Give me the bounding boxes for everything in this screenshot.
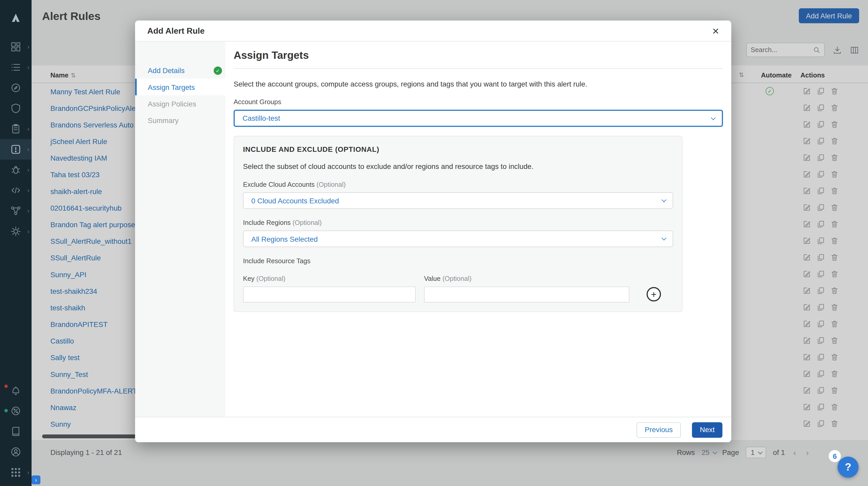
exclude-cloud-accounts-value: 0 Cloud Accounts Excluded: [251, 196, 339, 205]
add-alert-rule-modal: Add Alert Rule × Add Details ✓ Assign Ta…: [135, 21, 731, 442]
exclude-cloud-accounts-select[interactable]: 0 Cloud Accounts Excluded: [243, 192, 673, 209]
account-groups-select[interactable]: Castillo-test: [234, 110, 723, 127]
step-description: Select the account groups, compute acces…: [234, 80, 723, 88]
modal-title: Add Alert Rule: [147, 26, 205, 35]
include-resource-tags-label: Include Resource Tags: [243, 257, 673, 265]
add-tag-button[interactable]: +: [647, 287, 661, 302]
account-groups-value: Castillo-test: [243, 114, 280, 122]
include-regions-value: All Regions Selected: [251, 235, 318, 243]
chevron-down-icon: [711, 115, 716, 120]
sidebar-expand-button[interactable]: ›: [32, 476, 40, 484]
step-heading: Assign Targets: [234, 49, 723, 61]
close-icon[interactable]: ×: [712, 25, 719, 36]
next-button[interactable]: Next: [692, 422, 722, 437]
help-button[interactable]: 6 ?: [837, 457, 859, 478]
plus-icon: +: [651, 290, 657, 299]
chevron-down-icon: [662, 197, 666, 202]
chevron-down-icon: [662, 236, 666, 240]
wizard-step-label: Add Details: [148, 66, 185, 75]
wizard-step-label: Assign Targets: [148, 83, 195, 91]
include-regions-label: Include Regions (Optional): [243, 219, 673, 227]
tag-key-input[interactable]: [243, 287, 415, 303]
wizard-step[interactable]: Assign Targets: [135, 79, 225, 95]
screen: › › › › ›: [0, 0, 868, 486]
previous-button[interactable]: Previous: [637, 422, 681, 437]
wizard-step[interactable]: Assign Policies: [135, 95, 225, 112]
tag-key-label: Key (Optional): [243, 275, 415, 283]
help-badge: 6: [829, 450, 841, 462]
modal-footer: Previous Next: [135, 417, 731, 442]
modal-header: Add Alert Rule ×: [135, 21, 731, 41]
include-exclude-card: INCLUDE AND EXCLUDE (OPTIONAL) Select th…: [234, 136, 683, 312]
tag-value-label: Value (Optional): [424, 275, 629, 283]
resource-tag-row: Key (Optional) Value (Optional): [243, 265, 673, 302]
wizard-step-label: Assign Policies: [148, 99, 196, 108]
wizard-step[interactable]: Summary: [135, 112, 225, 128]
wizard-step-label: Summary: [148, 116, 179, 124]
modal-body: Add Details ✓ Assign Targets Assign Poli…: [135, 41, 731, 417]
exclude-cloud-accounts-label: Exclude Cloud Accounts (Optional): [243, 180, 673, 188]
modal-content: Assign Targets Select the account groups…: [225, 41, 731, 417]
include-exclude-description: Select the subset of cloud accounts to e…: [243, 163, 673, 171]
tag-value-input[interactable]: [424, 287, 629, 303]
step-complete-icon: ✓: [214, 66, 222, 75]
question-mark-icon: ?: [845, 461, 851, 473]
heading-divider: [234, 68, 723, 69]
account-groups-label: Account Groups: [234, 98, 723, 106]
include-exclude-title: INCLUDE AND EXCLUDE (OPTIONAL): [243, 145, 673, 153]
wizard-step[interactable]: Add Details ✓: [135, 62, 225, 79]
expand-chevron-icon: ›: [35, 477, 37, 483]
include-regions-select[interactable]: All Regions Selected: [243, 231, 673, 247]
wizard-steps: Add Details ✓ Assign Targets Assign Poli…: [135, 41, 225, 417]
